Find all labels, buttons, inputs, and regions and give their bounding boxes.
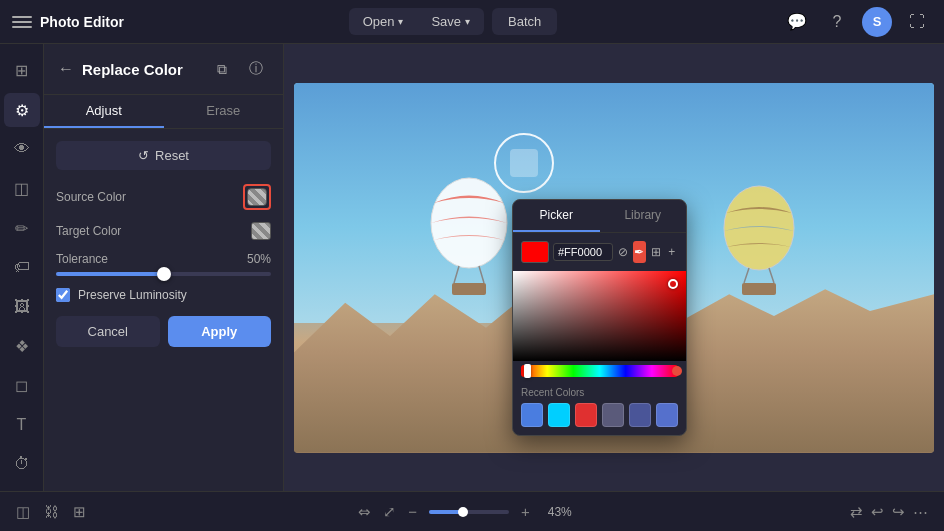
sidebar-history-icon[interactable]: ⏱ <box>4 448 40 481</box>
balloon-1 <box>424 168 514 302</box>
recent-swatch-0[interactable] <box>521 403 543 427</box>
balloon-cursor-circle <box>494 133 554 193</box>
bottombar: ◫ ⛓ ⊞ ⇔ ⤢ − + 43% ⇄ ↩ ↪ ⋯ <box>0 491 944 531</box>
open-save-group: Open ▾ Save ▾ <box>349 8 484 35</box>
picker-grid-icon[interactable]: ⊞ <box>650 241 662 263</box>
svg-line-8 <box>769 268 774 283</box>
bottombar-left: ◫ ⛓ ⊞ <box>16 503 86 521</box>
icon-sidebar: ⊞ ⚙ 👁 ◫ ✏ 🏷 🖼 ❖ ◻ T ⏱ <box>0 44 44 491</box>
action-buttons: Cancel Apply <box>56 316 271 347</box>
hue-indicator-dot <box>672 366 682 376</box>
recent-swatch-1[interactable] <box>548 403 570 427</box>
back-button[interactable]: ← <box>58 60 74 78</box>
bottombar-center: ⇔ ⤢ − + 43% <box>358 503 578 521</box>
tolerance-value: 50% <box>247 252 271 266</box>
tab-adjust[interactable]: Adjust <box>44 95 164 128</box>
picker-tabs: Picker Library <box>513 200 686 233</box>
recent-swatch-5[interactable] <box>656 403 678 427</box>
zoom-in-icon[interactable]: + <box>521 503 530 520</box>
flip-icon[interactable]: ⇄ <box>850 503 863 521</box>
link-bottom-icon[interactable]: ⛓ <box>44 503 59 520</box>
picker-eyedropper-icon[interactable]: ✒ <box>633 241 645 263</box>
preserve-luminosity-row: Preserve Luminosity <box>56 288 271 302</box>
zoom-slider[interactable] <box>429 510 509 514</box>
tab-erase[interactable]: Erase <box>164 95 284 128</box>
redo-icon[interactable]: ↪ <box>892 503 905 521</box>
recent-swatch-4[interactable] <box>629 403 651 427</box>
picker-tab-library[interactable]: Library <box>600 200 687 232</box>
zoom-slider-thumb <box>458 507 468 517</box>
app-title: Photo Editor <box>40 14 124 30</box>
hue-bar-wrapper <box>513 361 686 381</box>
tolerance-label: Tolerance <box>56 252 108 266</box>
balloon-2 <box>714 173 804 307</box>
source-color-btn-highlight <box>243 184 271 210</box>
canvas-area[interactable]: Picker Library ⊘ ✒ ⊞ + <box>284 44 944 491</box>
source-color-label: Source Color <box>56 190 243 204</box>
topbar-right: 💬 ? S ⛶ <box>782 7 932 37</box>
sidebar-sliders-icon[interactable]: ⚙ <box>4 93 40 126</box>
reset-icon: ↺ <box>138 148 149 163</box>
picker-add-icon[interactable]: + <box>666 241 678 263</box>
apply-button[interactable]: Apply <box>168 316 272 347</box>
recent-swatch-2[interactable] <box>575 403 597 427</box>
picker-clear-icon[interactable]: ⊘ <box>617 241 629 263</box>
hue-bar[interactable] <box>521 365 678 377</box>
recent-colors-section: Recent Colors <box>513 381 686 435</box>
more-icon[interactable]: ⋯ <box>913 503 928 521</box>
svg-rect-9 <box>742 283 776 295</box>
target-color-label: Target Color <box>56 224 251 238</box>
copy-panel-icon[interactable]: ⧉ <box>209 56 235 82</box>
recent-swatch-3[interactable] <box>602 403 624 427</box>
source-color-row: Source Color <box>56 184 271 210</box>
chat-icon-button[interactable]: 💬 <box>782 7 812 37</box>
save-button[interactable]: Save ▾ <box>417 8 484 35</box>
menu-icon[interactable] <box>12 12 32 32</box>
layers-bottom-icon[interactable]: ◫ <box>16 503 30 521</box>
sidebar-shape-icon[interactable]: ◻ <box>4 369 40 402</box>
expand-icon-button[interactable]: ⛶ <box>902 7 932 37</box>
sidebar-grid-icon[interactable]: ⊞ <box>4 54 40 87</box>
open-chevron: ▾ <box>398 16 403 27</box>
avatar[interactable]: S <box>862 7 892 37</box>
target-color-swatch[interactable] <box>251 222 271 240</box>
hex-input[interactable] <box>553 243 613 261</box>
fit-width-icon[interactable]: ⇔ <box>358 503 371 521</box>
svg-line-2 <box>454 266 459 283</box>
tolerance-row: Tolerance 50% <box>56 252 271 276</box>
sidebar-layers-icon[interactable]: ◫ <box>4 172 40 205</box>
info-panel-icon[interactable]: ⓘ <box>243 56 269 82</box>
sidebar-brush-icon[interactable]: ✏ <box>4 211 40 244</box>
panel-content: ↺ Reset Source Color Target Color Tolera… <box>44 129 283 491</box>
source-color-swatch[interactable] <box>247 188 267 206</box>
sidebar-eye-icon[interactable]: 👁 <box>4 133 40 166</box>
preserve-luminosity-checkbox[interactable] <box>56 288 70 302</box>
fit-height-icon[interactable]: ⤢ <box>383 503 396 521</box>
help-icon-button[interactable]: ? <box>822 7 852 37</box>
tolerance-slider-fill <box>56 272 164 276</box>
zoom-percent: 43% <box>542 505 578 519</box>
save-chevron: ▾ <box>465 16 470 27</box>
sidebar-objects-icon[interactable]: ❖ <box>4 330 40 363</box>
sidebar-tag-icon[interactable]: 🏷 <box>4 251 40 284</box>
recent-swatches <box>521 403 678 427</box>
picker-tab-picker[interactable]: Picker <box>513 200 600 232</box>
sidebar-text-icon[interactable]: T <box>4 408 40 441</box>
panel-title: Replace Color <box>82 61 201 78</box>
grid-bottom-icon[interactable]: ⊞ <box>73 503 86 521</box>
undo-icon[interactable]: ↩ <box>871 503 884 521</box>
open-button[interactable]: Open ▾ <box>349 8 418 35</box>
cancel-button[interactable]: Cancel <box>56 316 160 347</box>
gradient-cursor <box>668 279 678 289</box>
zoom-out-icon[interactable]: − <box>408 503 417 520</box>
color-preview-swatch <box>521 241 549 263</box>
picker-header: ⊘ ✒ ⊞ + <box>513 233 686 271</box>
target-color-row: Target Color <box>56 222 271 240</box>
reset-button[interactable]: ↺ Reset <box>56 141 271 170</box>
tolerance-slider-track[interactable] <box>56 272 271 276</box>
batch-button[interactable]: Batch <box>492 8 557 35</box>
tolerance-slider-thumb[interactable] <box>157 267 171 281</box>
color-gradient-area[interactable] <box>513 271 686 361</box>
gradient-black-overlay <box>513 271 686 361</box>
sidebar-image-icon[interactable]: 🖼 <box>4 290 40 323</box>
